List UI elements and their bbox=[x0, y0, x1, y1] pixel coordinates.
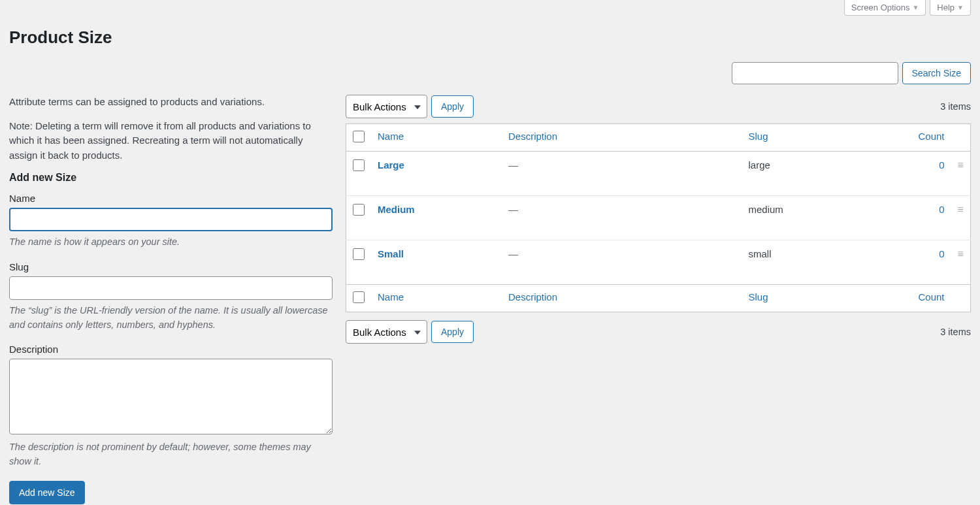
drag-handle-icon[interactable]: ≡ bbox=[958, 159, 964, 171]
item-count-top: 3 items bbox=[940, 101, 971, 112]
apply-button-top[interactable]: Apply bbox=[431, 95, 474, 118]
item-count-bottom: 3 items bbox=[940, 327, 971, 337]
column-footer-name[interactable]: Name bbox=[371, 285, 502, 312]
page-title: Product Size bbox=[9, 27, 971, 48]
help-label: Help bbox=[937, 3, 955, 12]
row-checkbox[interactable] bbox=[353, 248, 365, 260]
search-input[interactable] bbox=[732, 62, 898, 84]
drag-handle-icon[interactable]: ≡ bbox=[958, 204, 964, 215]
chevron-down-icon: ▼ bbox=[957, 4, 964, 11]
term-description: — bbox=[508, 204, 518, 215]
select-all-bottom[interactable] bbox=[353, 291, 365, 303]
help-button[interactable]: Help ▼ bbox=[930, 0, 971, 16]
term-name-link[interactable]: Medium bbox=[378, 204, 415, 215]
slug-label: Slug bbox=[9, 261, 333, 272]
term-name-link[interactable]: Large bbox=[378, 159, 404, 171]
column-footer-description[interactable]: Description bbox=[502, 285, 742, 312]
column-header-description[interactable]: Description bbox=[502, 124, 742, 152]
search-button[interactable]: Search Size bbox=[902, 62, 971, 84]
description-textarea[interactable] bbox=[9, 359, 333, 434]
drag-handle-icon[interactable]: ≡ bbox=[958, 248, 964, 259]
row-checkbox[interactable] bbox=[353, 159, 365, 171]
screen-options-button[interactable]: Screen Options ▼ bbox=[844, 0, 926, 16]
column-header-count[interactable]: Count bbox=[892, 124, 951, 152]
intro-text-2: Note: Deleting a term will remove it fro… bbox=[9, 119, 333, 163]
term-slug: large bbox=[742, 152, 892, 196]
column-footer-slug[interactable]: Slug bbox=[742, 285, 892, 312]
term-name-link[interactable]: Small bbox=[378, 248, 404, 259]
add-new-heading: Add new Size bbox=[9, 172, 333, 184]
name-input[interactable] bbox=[9, 208, 333, 231]
term-count-link[interactable]: 0 bbox=[939, 159, 944, 171]
screen-options-label: Screen Options bbox=[851, 3, 910, 12]
term-slug: medium bbox=[742, 196, 892, 240]
select-all-top[interactable] bbox=[353, 131, 365, 142]
column-footer-count[interactable]: Count bbox=[892, 285, 951, 312]
apply-button-bottom[interactable]: Apply bbox=[431, 321, 474, 343]
slug-input[interactable] bbox=[9, 276, 333, 300]
column-header-name[interactable]: Name bbox=[371, 124, 502, 152]
name-label: Name bbox=[9, 193, 333, 204]
term-count-link[interactable]: 0 bbox=[939, 204, 944, 215]
table-row: Medium — medium 0 ≡ bbox=[346, 196, 971, 240]
table-row: Small — small 0 ≡ bbox=[346, 240, 971, 285]
row-checkbox[interactable] bbox=[353, 204, 365, 216]
column-header-slug[interactable]: Slug bbox=[742, 124, 892, 152]
term-description: — bbox=[508, 248, 518, 259]
table-row: Large — large 0 ≡ bbox=[346, 152, 971, 196]
chevron-down-icon: ▼ bbox=[912, 4, 919, 11]
terms-table: Name Description Slug Count Large — larg… bbox=[346, 123, 971, 312]
bulk-actions-select-top[interactable]: Bulk Actions bbox=[346, 95, 427, 118]
term-slug: small bbox=[742, 240, 892, 285]
term-description: — bbox=[508, 159, 518, 171]
term-count-link[interactable]: 0 bbox=[939, 248, 944, 259]
bulk-actions-select-bottom[interactable]: Bulk Actions bbox=[346, 320, 427, 344]
description-label: Description bbox=[9, 344, 333, 355]
intro-text-1: Attribute terms can be assigned to produ… bbox=[9, 95, 333, 110]
add-new-size-button[interactable]: Add new Size bbox=[9, 481, 85, 504]
description-help: The description is not prominent by defa… bbox=[9, 440, 333, 469]
slug-help: The “slug” is the URL-friendly version o… bbox=[9, 304, 333, 333]
name-help: The name is how it appears on your site. bbox=[9, 235, 333, 250]
